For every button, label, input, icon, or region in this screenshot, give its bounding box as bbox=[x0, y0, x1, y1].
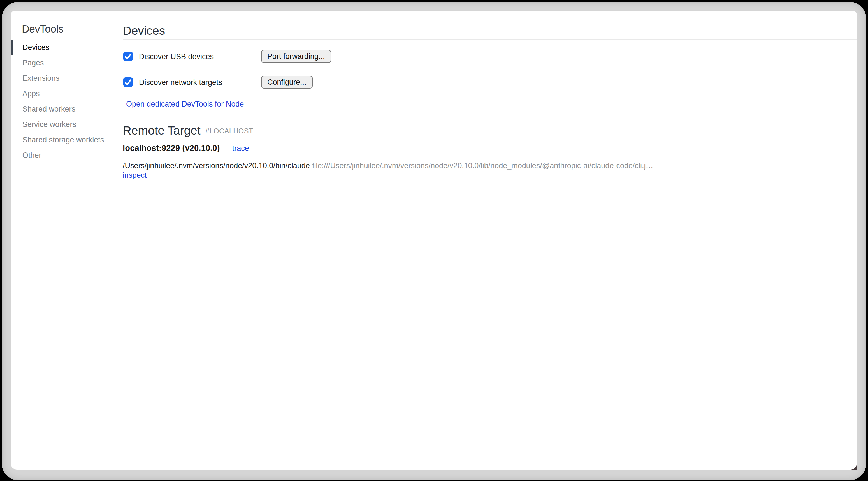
checkmark-icon bbox=[124, 53, 132, 60]
sidebar-item-apps[interactable]: Apps bbox=[11, 86, 123, 101]
sidebar-item-service-workers[interactable]: Service workers bbox=[11, 117, 123, 132]
discover-usb-checkbox[interactable] bbox=[123, 52, 133, 61]
port-forwarding-button[interactable]: Port forwarding... bbox=[261, 50, 331, 63]
sidebar-item-pages[interactable]: Pages bbox=[11, 55, 123, 71]
main-content: Devices Discover USB devices Port forwar… bbox=[123, 11, 857, 470]
inspect-link[interactable]: inspect bbox=[123, 171, 147, 180]
discover-network-label: Discover network targets bbox=[139, 78, 222, 87]
sidebar-item-extensions[interactable]: Extensions bbox=[11, 71, 123, 86]
localhost-badge: #LOCALHOST bbox=[205, 123, 253, 139]
target-path: /Users/jinhuilee/.nvm/versions/node/v20.… bbox=[123, 161, 310, 170]
sidebar-item-shared-storage-worklets[interactable]: Shared storage worklets bbox=[11, 132, 123, 148]
target-url: file:///Users/jinhuilee/.nvm/versions/no… bbox=[312, 161, 653, 170]
trace-link[interactable]: trace bbox=[232, 144, 249, 152]
sidebar-item-devices[interactable]: Devices bbox=[11, 40, 123, 55]
remote-target-title: Remote Target bbox=[123, 124, 200, 137]
page-title: Devices bbox=[123, 23, 165, 38]
app-title: DevTools bbox=[22, 23, 63, 35]
divider bbox=[123, 39, 857, 40]
discover-usb-label: Discover USB devices bbox=[139, 53, 214, 61]
target-path-row: /Users/jinhuilee/.nvm/versions/node/v20.… bbox=[123, 161, 653, 170]
remote-target-heading: Remote Target#LOCALHOST bbox=[123, 123, 253, 140]
sidebar-item-shared-workers[interactable]: Shared workers bbox=[11, 101, 123, 117]
divider bbox=[123, 113, 857, 113]
open-node-devtools-link[interactable]: Open dedicated DevTools for Node bbox=[126, 100, 244, 109]
configure-button[interactable]: Configure... bbox=[261, 76, 313, 89]
sidebar-item-other[interactable]: Other bbox=[11, 148, 123, 163]
target-row: localhost:9229 (v20.10.0)trace bbox=[123, 144, 249, 153]
checkmark-icon bbox=[124, 79, 132, 86]
sidebar: DevTools DevicesPagesExtensionsAppsShare… bbox=[11, 11, 123, 470]
sidebar-nav: DevicesPagesExtensionsAppsShared workers… bbox=[11, 40, 123, 163]
devtools-window: DevTools DevicesPagesExtensionsAppsShare… bbox=[11, 11, 857, 470]
discover-network-checkbox[interactable] bbox=[123, 78, 133, 87]
target-name: localhost:9229 (v20.10.0) bbox=[123, 144, 220, 152]
